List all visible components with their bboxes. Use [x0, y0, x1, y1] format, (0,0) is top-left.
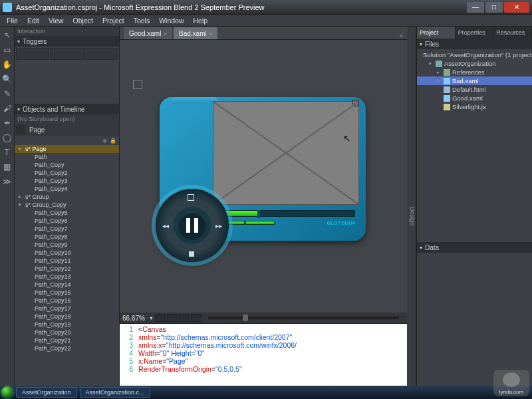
- layout-tool-icon[interactable]: ▦: [1, 161, 13, 173]
- progress-bar[interactable]: [215, 210, 355, 217]
- progress-handle[interactable]: [257, 210, 260, 218]
- video-close-icon[interactable]: ×: [352, 100, 359, 106]
- menu-help[interactable]: Help: [190, 16, 212, 25]
- menu-file[interactable]: File: [3, 16, 22, 25]
- menu-window[interactable]: Window: [155, 16, 188, 25]
- object-tree-item[interactable]: ▸s* Group: [15, 193, 119, 201]
- object-tree-item[interactable]: Path_Copy22: [15, 344, 119, 352]
- object-tree-item[interactable]: Path_Copy5: [15, 209, 119, 217]
- menu-object[interactable]: Object: [69, 16, 97, 25]
- stop-icon[interactable]: [189, 251, 194, 257]
- project-tree-item[interactable]: Silverlight.js: [417, 102, 532, 111]
- zoom-value[interactable]: 66.67%: [122, 315, 145, 322]
- eject-icon[interactable]: [188, 194, 194, 201]
- select-tool-icon[interactable]: ▭: [1, 44, 13, 56]
- menu-view[interactable]: View: [45, 16, 68, 25]
- menu-project[interactable]: Project: [98, 16, 128, 25]
- object-tree-item[interactable]: Path_Copy4: [15, 185, 119, 193]
- lock-toggle-icon[interactable]: 🔒: [110, 138, 116, 144]
- view-tab-design[interactable]: Design: [409, 207, 416, 225]
- triggers-panel: [15, 47, 119, 104]
- data-header[interactable]: Data: [417, 242, 532, 253]
- object-tree-item[interactable]: Path_Copy6: [15, 217, 119, 225]
- eye-toggle-icon[interactable]: ◉: [102, 138, 107, 144]
- tabs-overflow-icon[interactable]: »: [399, 32, 403, 39]
- window-maximize-button[interactable]: □: [485, 2, 503, 13]
- view-grid-icon[interactable]: [155, 314, 166, 322]
- object-tree-item[interactable]: Path_Copy16: [15, 297, 119, 305]
- project-tree-item[interactable]: ▸References: [417, 68, 532, 76]
- object-tree-item[interactable]: Path_Copy10: [15, 249, 119, 257]
- pen-tool-icon[interactable]: ✒: [1, 117, 13, 129]
- page-row[interactable]: Page: [15, 124, 119, 136]
- objects-timeline-header[interactable]: Objects and Timeline: [15, 104, 119, 114]
- trigger-slot[interactable]: [16, 48, 49, 60]
- scope-up-icon[interactable]: [16, 125, 25, 134]
- object-tree-item[interactable]: Path_Copy7: [15, 225, 119, 233]
- eyedropper-tool-icon[interactable]: ✎: [1, 88, 13, 100]
- object-tree-item[interactable]: Path_Copy21: [15, 336, 119, 344]
- project-tree-item[interactable]: ▾AssetOrganization: [417, 59, 532, 68]
- object-tree-item[interactable]: Path_Copy13: [15, 273, 119, 281]
- timecode: 01:07:50:04: [327, 220, 355, 226]
- document-tab[interactable]: Bad.xaml×: [174, 27, 217, 39]
- object-tree-item[interactable]: Path_Copy20: [15, 329, 119, 336]
- pointer-tool-icon[interactable]: ↖: [1, 29, 13, 41]
- taskbar-app-button[interactable]: AssetOrganization: [16, 387, 77, 398]
- object-tree-item[interactable]: Path_Copy19: [15, 321, 119, 329]
- window-minimize-button[interactable]: —: [467, 2, 484, 13]
- right-panel: ProjectPropertiesResources Files Solutio…: [416, 27, 532, 386]
- start-orb[interactable]: [1, 386, 13, 398]
- object-tree-item[interactable]: ▾s* Page: [15, 145, 119, 153]
- object-tree-item[interactable]: Path_Copy18: [15, 313, 119, 321]
- shape-tool-icon[interactable]: ◯: [1, 132, 13, 144]
- zoom-tool-icon[interactable]: 🔍: [1, 73, 13, 85]
- tab-close-icon[interactable]: ×: [209, 31, 213, 37]
- window-close-button[interactable]: ✕: [504, 2, 529, 13]
- object-tree-item[interactable]: Path_Copy17: [15, 305, 119, 313]
- object-tree-item[interactable]: Path: [15, 153, 119, 161]
- project-tree-item[interactable]: Default.html: [417, 85, 532, 94]
- trigger-slot[interactable]: [84, 48, 118, 60]
- panel-tab-project[interactable]: Project: [417, 27, 456, 39]
- xaml-editor[interactable]: 1<Canvas2 xmlns="http://schemas.microsof…: [120, 323, 407, 386]
- prev-track-icon[interactable]: ◂◂: [162, 222, 169, 229]
- asset-tool-icon[interactable]: ≫: [1, 176, 13, 188]
- brush-tool-icon[interactable]: 🖌: [1, 102, 13, 114]
- artboard-scrollbar[interactable]: [208, 317, 399, 319]
- project-tree-item[interactable]: Good.xaml: [417, 94, 532, 102]
- project-tree[interactable]: Solution "AssetOrganization" (1 project(…: [417, 49, 532, 112]
- artboard[interactable]: × 01:07:50:04 ◂◂ ▸▸ ↖: [120, 40, 407, 313]
- object-tree-item[interactable]: Path_Copy12: [15, 265, 119, 273]
- files-header[interactable]: Files: [417, 39, 532, 49]
- tab-close-icon[interactable]: ×: [164, 31, 167, 37]
- object-tree-item[interactable]: Path_Copy3: [15, 177, 119, 185]
- object-tree-item[interactable]: Path_Copy: [15, 161, 119, 169]
- object-tree-item[interactable]: Path_Copy11: [15, 257, 119, 265]
- trigger-slot[interactable]: [50, 48, 83, 60]
- triggers-header[interactable]: Triggers: [15, 36, 119, 47]
- view-split-icon[interactable]: [179, 314, 190, 322]
- menu-edit[interactable]: Edit: [23, 16, 43, 25]
- pan-tool-icon[interactable]: ✋: [1, 59, 13, 70]
- view-snap-icon[interactable]: [167, 314, 178, 322]
- project-tree-item[interactable]: Solution "AssetOrganization" (1 project(…: [417, 51, 532, 59]
- pause-button[interactable]: [178, 211, 207, 240]
- object-tree-item[interactable]: Path_Copy9: [15, 241, 119, 249]
- view-rotate-icon[interactable]: [191, 314, 201, 322]
- document-tab[interactable]: Good.xaml×: [124, 27, 172, 39]
- text-tool-icon[interactable]: T: [1, 146, 13, 158]
- object-tree-item[interactable]: Path_Copy8: [15, 233, 119, 241]
- object-tree-item[interactable]: Path_Copy2: [15, 169, 119, 177]
- object-tree[interactable]: ▾s* PagePathPath_CopyPath_Copy2Path_Copy…: [15, 145, 119, 386]
- zoom-dropdown-icon[interactable]: ▼: [149, 316, 154, 321]
- panel-tab-properties[interactable]: Properties: [456, 27, 494, 39]
- object-tree-item[interactable]: ▾s* Group_Copy: [15, 201, 119, 209]
- object-tree-item[interactable]: Path_Copy14: [15, 281, 119, 289]
- object-tree-item[interactable]: Path_Copy15: [15, 289, 119, 297]
- panel-tab-resources[interactable]: Resources: [493, 27, 532, 39]
- project-tree-item[interactable]: ○Bad.xaml: [417, 76, 532, 85]
- menu-tools[interactable]: Tools: [130, 16, 154, 25]
- next-track-icon[interactable]: ▸▸: [215, 222, 222, 229]
- taskbar-app-button[interactable]: AssetOrganization.c...: [80, 387, 150, 398]
